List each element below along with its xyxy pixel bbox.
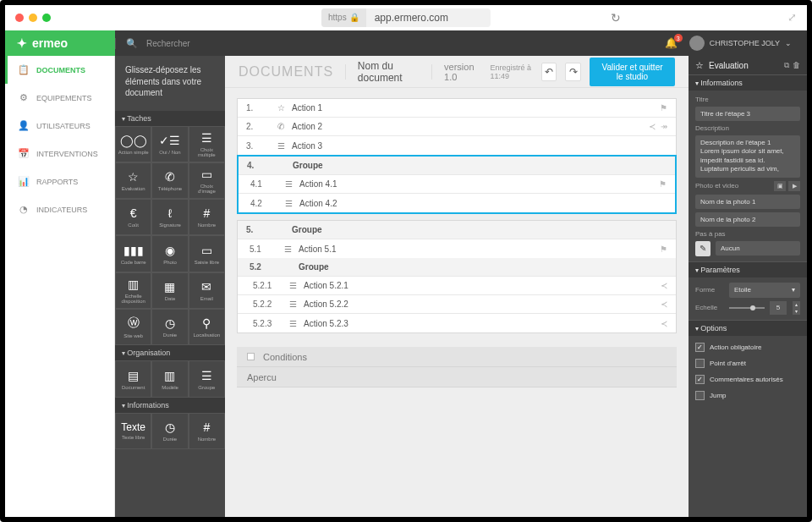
minimize-window-icon[interactable] — [29, 14, 37, 22]
palette-item[interactable]: ◷Durée — [151, 413, 188, 449]
row-tail-icon[interactable]: ≺ — [649, 122, 656, 131]
option-commentaires[interactable]: Commentaires autorisés — [695, 373, 800, 386]
action-row[interactable]: 1.☆Action 1⚑ — [238, 99, 676, 118]
add-video-icon[interactable]: ▶ — [788, 181, 800, 191]
section-parametres[interactable]: Paramètres — [689, 261, 807, 277]
maximize-window-icon[interactable] — [42, 14, 51, 22]
palette-item[interactable]: ▭Saisie libre — [189, 235, 225, 272]
echelle-down[interactable]: ▾ — [792, 308, 800, 315]
lock-icon: 🔒 — [349, 13, 359, 22]
palette-item[interactable]: ℓSignature — [151, 199, 188, 235]
nav-equipements[interactable]: ⚙EQUIPEMENTS — [5, 84, 114, 112]
action-type-icon: ☰ — [285, 281, 300, 290]
palette-item[interactable]: ⚲Localisation — [189, 309, 225, 345]
apercu-panel-header[interactable]: Apercu — [237, 367, 677, 387]
row-tail-icon[interactable]: ⚑ — [660, 245, 667, 254]
undo-button[interactable]: ↶ — [541, 63, 557, 81]
pas-value[interactable]: Aucun — [716, 241, 800, 256]
option-jump[interactable]: Jump — [695, 389, 800, 402]
nav-documents[interactable]: 📋DOCUMENTS — [5, 56, 114, 84]
row-tail-icon[interactable]: ≺ — [661, 299, 667, 309]
saved-timestamp: Enregistré à 11:49 — [490, 63, 533, 80]
global-search[interactable]: 🔍 Rechercher — [115, 38, 665, 49]
action-row[interactable]: 4.2☰Action 4.2 — [239, 194, 675, 212]
edit-pas-button[interactable]: ✎ — [695, 241, 710, 256]
palette-section-informations[interactable]: Informations — [115, 398, 225, 413]
reload-icon[interactable]: ↻ — [611, 11, 621, 25]
photo-2[interactable]: Nom de la photo 2 — [695, 212, 800, 227]
palette-item[interactable]: ⓦSite web — [115, 309, 151, 345]
nav-interventions[interactable]: 📅INTERVENTIONS — [5, 140, 114, 168]
window-controls[interactable] — [15, 14, 51, 22]
selected-group[interactable]: 4. Groupe 4.1☰Action 4.1⚑4.2☰Action 4.2 — [237, 155, 677, 214]
nav-utilisateurs[interactable]: 👤UTILISATEURS — [5, 112, 114, 140]
palette-item[interactable]: ✉Email — [189, 272, 225, 309]
palette-item[interactable]: ✓☰Oui / Non — [151, 126, 188, 162]
palette-item[interactable]: ▮▮▮Code barre — [115, 235, 151, 272]
palette-item[interactable]: ▤Document — [115, 360, 151, 397]
palette-item[interactable]: ◯◯Action simple — [115, 126, 151, 162]
redo-button[interactable]: ↷ — [565, 63, 581, 81]
palette-item[interactable]: #Nombre — [189, 199, 225, 235]
palette-item[interactable]: €Coût — [115, 199, 151, 235]
action-row[interactable]: 5.2.1☰Action 5.2.1≺ — [238, 277, 676, 295]
add-photo-icon[interactable]: ▣ — [774, 181, 786, 191]
echelle-value[interactable]: 5 — [770, 301, 787, 315]
subgroup-header[interactable]: 5.2 Groupe — [238, 258, 676, 277]
palette-item[interactable]: ✆Téléphone — [151, 162, 188, 199]
brand-logo[interactable]: ✦ ermeo — [5, 30, 115, 56]
nav-indicateurs[interactable]: ◔INDICATEURS — [5, 195, 114, 223]
option-obligatoire[interactable]: Action obligatoire — [695, 341, 800, 354]
url-bar[interactable]: https🔒 app.ermero.com — [321, 8, 491, 27]
chevron-down-icon: ⌄ — [785, 39, 792, 47]
description-field[interactable]: Description de l'étape 1 Lorem ipsum dol… — [695, 135, 800, 178]
trash-icon[interactable]: 🗑 — [793, 61, 800, 70]
action-row[interactable]: 5.1☰Action 5.1⚑ — [238, 239, 676, 258]
group-header[interactable]: 4. Groupe — [239, 157, 675, 175]
fullscreen-icon[interactable]: ⤢ — [787, 11, 797, 24]
palette-item[interactable]: #Nombre — [189, 413, 225, 449]
action-type-icon: ☰ — [281, 199, 296, 208]
palette-item[interactable]: ▥Echelle disposition — [115, 272, 151, 309]
palette-item[interactable]: TexteTexte libre — [115, 413, 151, 449]
close-window-icon[interactable] — [15, 14, 24, 22]
inspector-panel: ☆ Evaluation ⧉🗑 Informations Titre Titre… — [689, 56, 807, 517]
copy-icon[interactable]: ⧉ — [784, 61, 789, 70]
action-type-icon: ☰ — [273, 141, 288, 151]
palette-item[interactable]: ☰Choix multiple — [189, 126, 225, 162]
action-row[interactable]: 2.✆Action 2≺↠ — [238, 118, 676, 136]
nav-rapports[interactable]: 📊RAPPORTS — [5, 168, 114, 195]
palette-item[interactable]: ▦Date — [151, 272, 188, 309]
group-header[interactable]: 5. Groupe — [238, 221, 676, 239]
action-row[interactable]: 4.1☰Action 4.1⚑ — [239, 175, 675, 194]
section-informations[interactable]: Informations — [689, 74, 807, 91]
section-options[interactable]: Options — [689, 320, 807, 336]
row-tail-icon[interactable]: ↠ — [661, 122, 667, 131]
row-tail-icon[interactable]: ≺ — [661, 281, 667, 290]
palette-item[interactable]: ◉Photo — [151, 235, 188, 272]
palette-item[interactable]: ▭Choix d'image — [189, 162, 225, 199]
palette-section-organisation[interactable]: Organisation — [115, 345, 225, 360]
notifications-button[interactable]: 🔔 3 — [665, 37, 678, 49]
forme-select[interactable]: Etoile▾ — [729, 283, 800, 298]
row-tail-icon[interactable]: ≺ — [661, 319, 667, 328]
document-name[interactable]: Nom du document — [358, 60, 420, 84]
palette-section-taches[interactable]: Taches — [115, 111, 225, 126]
validate-exit-button[interactable]: Valider et quitter le studio — [590, 58, 675, 86]
conditions-panel-header[interactable]: Conditions — [237, 347, 677, 367]
palette-item[interactable]: ☆Evaluation — [115, 162, 151, 199]
palette-item[interactable]: ◷Durée — [151, 309, 188, 345]
option-point-arret[interactable]: Point d'arrêt — [695, 357, 800, 370]
action-row[interactable]: 3.☰Action 3 — [238, 136, 676, 155]
row-tail-icon[interactable]: ⚑ — [660, 103, 667, 113]
titre-field[interactable]: Titre de l'étape 3 — [695, 107, 800, 121]
echelle-slider[interactable] — [729, 307, 765, 309]
action-row[interactable]: 5.2.3☰Action 5.2.3≺ — [238, 314, 676, 332]
palette-item[interactable]: ▥Modèle — [151, 360, 188, 397]
user-menu[interactable]: CHRISTOPHE JOLY ⌄ — [689, 36, 792, 51]
echelle-up[interactable]: ▴ — [792, 301, 800, 308]
photo-1[interactable]: Nom de la photo 1 — [695, 195, 800, 209]
action-row[interactable]: 5.2.2☰Action 5.2.2≺ — [238, 295, 676, 314]
palette-item[interactable]: ☰Groupe — [189, 360, 225, 397]
row-tail-icon[interactable]: ⚑ — [659, 179, 667, 189]
